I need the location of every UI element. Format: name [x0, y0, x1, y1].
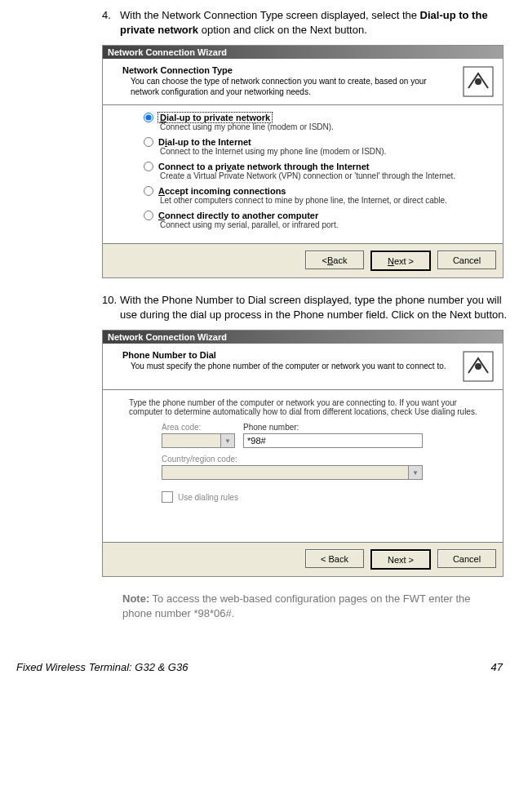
connection-icon: [462, 65, 495, 98]
next-button[interactable]: Next >: [370, 549, 431, 570]
option-description: Create a Virtual Private Network (VPN) c…: [144, 171, 488, 181]
back-button[interactable]: < Back: [305, 251, 364, 269]
network-connection-type-dialog: Network Connection Wizard Network Connec…: [102, 45, 503, 278]
dialog-heading: Network Connection Type: [122, 65, 233, 75]
dialog-header: Phone Number to Dial You must specify th…: [103, 344, 503, 390]
dialog-footer: < Back Next > Cancel: [103, 243, 503, 277]
dialog-footer: < Back Next > Cancel: [103, 542, 503, 576]
radio-input[interactable]: [144, 113, 153, 122]
dialog-subheading: You must specify the phone number of the…: [122, 362, 457, 372]
cancel-button[interactable]: Cancel: [437, 549, 496, 568]
dialog-heading: Phone Number to Dial: [122, 350, 216, 360]
dialog-titlebar: Network Connection Wizard: [103, 46, 503, 59]
instruction-text: Type the phone number of the computer or…: [129, 398, 488, 416]
radio-input[interactable]: [144, 137, 153, 147]
radio-option[interactable]: Dial-up to the Internet Connect to the I…: [144, 137, 488, 157]
note-label: Note:: [122, 592, 149, 605]
step-number: 4.: [102, 8, 111, 23]
step-text-a: With the Network Connection Type screen …: [120, 9, 420, 21]
chevron-down-icon: ▼: [220, 433, 235, 448]
radio-input[interactable]: [144, 211, 153, 220]
connection-icon: [462, 350, 495, 383]
use-dialing-rules-checkbox[interactable]: [162, 491, 173, 503]
step-10: 10. With the Phone Number to Dial screen…: [102, 293, 511, 322]
phone-number-input[interactable]: [243, 433, 423, 448]
radio-option[interactable]: Connect to a private network through the…: [144, 162, 488, 181]
cancel-button[interactable]: Cancel: [437, 251, 496, 269]
phone-number-label: Phone number:: [243, 423, 423, 432]
step-text: With the Phone Number to Dial screen dis…: [120, 294, 507, 321]
chevron-down-icon: ▼: [408, 465, 423, 480]
next-button[interactable]: Next >: [370, 251, 431, 271]
option-description: Let other computers connect to mine by p…: [144, 196, 488, 206]
dialog-body: Type the phone number of the computer or…: [103, 390, 503, 542]
option-description: Connect using my serial, parallel, or in…: [144, 220, 488, 230]
page-footer: Fixed Wireless Terminal: G32 & G36 47: [8, 661, 511, 673]
option-description: Connect to the Internet using my phone l…: [144, 147, 488, 157]
svg-point-3: [475, 363, 481, 370]
country-code-label: Country/region code:: [162, 455, 423, 464]
area-code-select: ▼: [162, 433, 235, 448]
radio-option[interactable]: Accept incoming connections Let other co…: [144, 186, 488, 206]
note-text: To access the web-based configuration pa…: [122, 592, 471, 619]
radio-option[interactable]: Dial-up to private network Connect using…: [144, 113, 488, 132]
phone-number-dialog: Network Connection Wizard Phone Number t…: [102, 330, 503, 577]
radio-input[interactable]: [144, 186, 153, 196]
step-number: 10.: [102, 293, 117, 308]
step-text-c: option and click on the Next button.: [198, 24, 367, 36]
page-number: 47: [491, 661, 503, 673]
footer-title: Fixed Wireless Terminal: G32 & G36: [16, 661, 188, 673]
use-dialing-rules-label: Use dialing rules: [178, 493, 238, 502]
radio-input[interactable]: [144, 162, 153, 171]
dialog-titlebar: Network Connection Wizard: [103, 331, 503, 344]
radio-option[interactable]: Connect directly to another computer Con…: [144, 211, 488, 230]
option-description: Connect using my phone line (modem or IS…: [144, 122, 488, 132]
options-panel: Dial-up to private network Connect using…: [103, 105, 503, 243]
step-4: 4. With the Network Connection Type scre…: [102, 8, 511, 37]
dialog-subheading: You can choose the type of network conne…: [122, 77, 457, 97]
country-code-select: ▼: [162, 465, 423, 480]
area-code-label: Area code:: [162, 423, 235, 432]
back-button[interactable]: < Back: [305, 549, 364, 568]
svg-point-1: [475, 78, 481, 85]
note: Note: To access the web-based configurat…: [122, 592, 503, 620]
dialog-header: Network Connection Type You can choose t…: [103, 59, 503, 105]
